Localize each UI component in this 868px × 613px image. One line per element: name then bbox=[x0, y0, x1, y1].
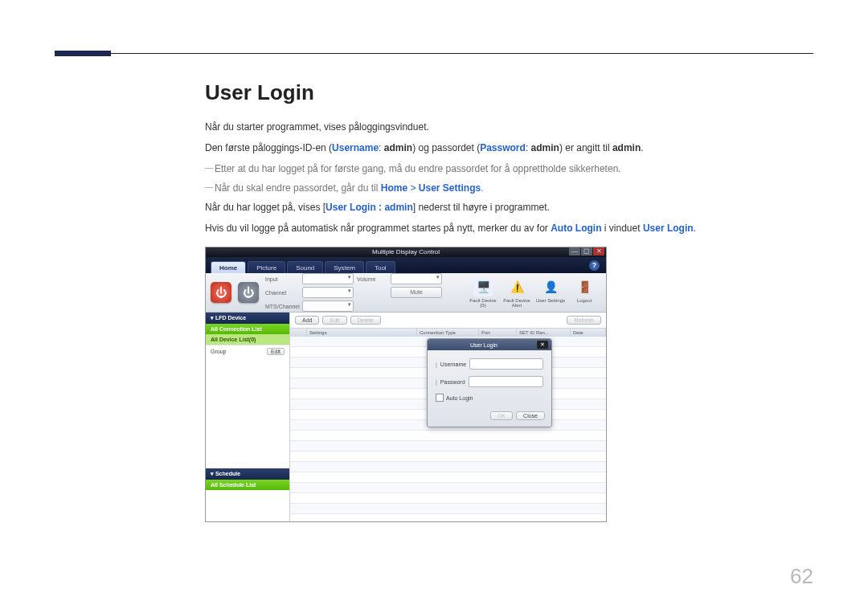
close-button[interactable]: ✕ bbox=[593, 247, 604, 255]
delete-button[interactable]: Delete bbox=[350, 316, 381, 325]
col-dete: Dete bbox=[571, 329, 606, 337]
tab-sound[interactable]: Sound bbox=[287, 261, 323, 273]
paragraph-1: Når du starter programmet, vises påloggi… bbox=[205, 120, 816, 134]
sidebar-header-schedule[interactable]: ▾ Schedule bbox=[206, 468, 289, 480]
label-password-field: Password bbox=[440, 379, 465, 385]
paragraph-2: Den første påloggings-ID-en (Username: a… bbox=[205, 141, 816, 155]
user-icon: 👤 bbox=[541, 277, 560, 296]
label-password: Password bbox=[480, 142, 526, 153]
toolbar: Input Volume Channel Mute MTS/Channel 🖥️… bbox=[206, 273, 606, 313]
col-settings: Settings bbox=[307, 329, 417, 337]
sidebar-row-group: Group Edit bbox=[206, 345, 289, 358]
label-username-field: Username bbox=[440, 362, 466, 367]
main-panel: Add Edit Delete Refresh Settings Connect… bbox=[290, 313, 606, 522]
sidebar: ▾ LFD Device All Connection List All Dev… bbox=[206, 313, 290, 522]
page-content: User Login Når du starter programmet, vi… bbox=[205, 80, 816, 522]
col-port: Port bbox=[479, 329, 517, 337]
sidebar-header-lfd[interactable]: ▾ LFD Device bbox=[206, 313, 289, 324]
tab-picture[interactable]: Picture bbox=[248, 261, 285, 273]
auto-login-checkbox[interactable] bbox=[436, 394, 444, 402]
refresh-button[interactable]: Refresh bbox=[567, 316, 601, 325]
control-fields: Input Volume Channel Mute MTS/Channel bbox=[265, 273, 442, 312]
username-input[interactable] bbox=[469, 358, 543, 370]
mtschannel-select[interactable] bbox=[302, 300, 354, 312]
tab-bar: Home Picture Sound System Tool ? bbox=[206, 257, 606, 273]
sidebar-item-all-connection[interactable]: All Connection List bbox=[206, 324, 289, 334]
label-channel: Channel bbox=[265, 290, 299, 296]
maximize-button[interactable]: ▢ bbox=[581, 247, 592, 255]
sidebar-item-all-device[interactable]: All Device List(0) bbox=[206, 334, 289, 345]
page-number: 62 bbox=[790, 564, 813, 589]
monitor-icon: 🖥️ bbox=[473, 277, 493, 296]
label-mtschannel: MTS/Channel bbox=[265, 304, 299, 309]
window-title: Multiple Display Control — ▢ ✕ bbox=[206, 247, 606, 257]
col-connection-type: Connection Type bbox=[417, 329, 479, 337]
password-input[interactable] bbox=[469, 376, 543, 387]
col-setid: SET ID Ran... bbox=[517, 329, 571, 337]
minimize-button[interactable]: — bbox=[569, 247, 580, 255]
tab-home[interactable]: Home bbox=[211, 261, 246, 273]
label-input: Input bbox=[265, 276, 299, 282]
page-heading: User Login bbox=[205, 80, 816, 105]
app-screenshot: Multiple Display Control — ▢ ✕ Home Pict… bbox=[205, 247, 607, 522]
input-select[interactable] bbox=[302, 273, 354, 284]
fault-device-button[interactable]: 🖥️ Fault Device (0) bbox=[466, 277, 500, 308]
dialog-close-icon[interactable]: ✕ bbox=[537, 341, 548, 349]
paragraph-3: Når du har logget på, vises [User Login … bbox=[205, 200, 816, 215]
label-volume: Volume bbox=[357, 276, 387, 282]
note-2: Når du skal endre passordet, går du til … bbox=[205, 181, 816, 195]
tab-system[interactable]: System bbox=[325, 261, 364, 273]
power-on-icon[interactable] bbox=[211, 282, 231, 303]
paragraph-4: Hvis du vil logge på automatisk når prog… bbox=[205, 221, 816, 235]
horizontal-rule bbox=[55, 53, 813, 54]
auto-login-label: Auto Login bbox=[446, 395, 473, 401]
group-edit-button[interactable]: Edit bbox=[267, 348, 285, 355]
ok-button[interactable]: OK bbox=[490, 411, 513, 420]
channel-select[interactable] bbox=[302, 287, 354, 298]
help-icon[interactable]: ? bbox=[589, 260, 600, 271]
user-login-dialog: User Login ✕ | Username | Password bbox=[427, 338, 552, 427]
warning-icon: ⚠️ bbox=[507, 277, 526, 296]
note-1: Etter at du har logget på for første gan… bbox=[205, 161, 816, 176]
grid-header: Settings Connection Type Port SET ID Ran… bbox=[290, 329, 606, 337]
tab-tool[interactable]: Tool bbox=[366, 261, 395, 273]
close-dialog-button[interactable]: Close bbox=[516, 411, 545, 420]
window-controls: — ▢ ✕ bbox=[569, 247, 604, 255]
logout-button[interactable]: 🚪 Logout bbox=[567, 277, 601, 308]
chapter-accent-bar bbox=[55, 51, 111, 56]
power-off-icon[interactable] bbox=[238, 282, 259, 303]
add-button[interactable]: Add bbox=[295, 316, 319, 325]
fault-alert-button[interactable]: ⚠️ Fault Device Alert bbox=[500, 277, 534, 308]
dialog-titlebar: User Login ✕ bbox=[428, 339, 551, 350]
label-username: Username bbox=[332, 142, 379, 153]
mute-button[interactable]: Mute bbox=[391, 287, 442, 298]
volume-select[interactable] bbox=[391, 273, 442, 284]
door-icon: 🚪 bbox=[575, 277, 594, 296]
sidebar-item-all-schedule[interactable]: All Schedule List bbox=[206, 480, 289, 490]
user-settings-button[interactable]: 👤 User Settings bbox=[534, 277, 567, 308]
edit-button[interactable]: Edit bbox=[322, 316, 346, 325]
